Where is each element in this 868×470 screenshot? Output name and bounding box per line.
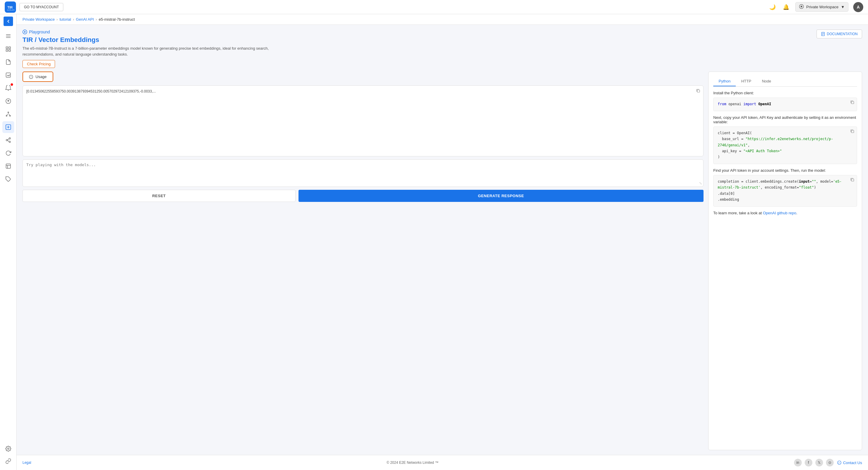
svg-line-19 <box>7 139 9 139</box>
usage-label: Usage <box>35 74 47 79</box>
generate-response-button[interactable]: GENERATE RESPONSE <box>299 190 704 202</box>
install-section: Install the Python client: from openai i… <box>713 91 857 111</box>
footer-legal[interactable]: Legal <box>23 461 31 465</box>
svg-text:?: ? <box>838 462 840 464</box>
auth-label: Next, copy your API token, API Key and a… <box>713 115 857 124</box>
action-buttons: RESET GENERATE RESPONSE <box>23 190 704 202</box>
sidebar-item-notifications[interactable] <box>2 82 14 94</box>
sidebar-item-share[interactable] <box>2 134 14 146</box>
svg-point-17 <box>9 141 10 142</box>
auth-section: Next, copy your API token, API Key and a… <box>713 115 857 164</box>
workspace-label: Private Workspace <box>806 5 838 9</box>
output-box: [0.013450622558593750.003913879394531250… <box>23 86 704 156</box>
breadcrumb: Private Workspace › tutorial › GenAI API… <box>17 14 868 25</box>
usage-button[interactable]: Usage <box>23 71 53 82</box>
sidebar-item-dashboard[interactable] <box>2 43 14 55</box>
svg-text:TIR: TIR <box>7 6 13 9</box>
documentation-label: DOCUMENTATION <box>827 32 858 36</box>
svg-point-11 <box>8 112 8 113</box>
copy-output-button[interactable] <box>696 89 700 94</box>
check-pricing-button[interactable]: Check Pricing <box>23 60 55 68</box>
svg-point-31 <box>31 77 31 78</box>
sidebar-item-deploy[interactable] <box>2 95 14 107</box>
nav-right: 🌙 🔔 Private Workspace ▼ A <box>768 2 863 12</box>
sidebar-item-documents[interactable] <box>2 56 14 68</box>
tab-python[interactable]: Python <box>713 76 736 86</box>
documentation-button[interactable]: DOCUMENTATION <box>816 30 862 38</box>
output-value: [0.013450622558593750.003913879394531250… <box>26 89 700 93</box>
footer: Legal © 2024 E2E Networks Limited ™ in f… <box>17 455 868 470</box>
resize-handle: ⤡ <box>699 181 702 185</box>
chevron-down-icon: ▼ <box>841 5 845 9</box>
workspace-selector[interactable]: Private Workspace ▼ <box>795 2 848 12</box>
sidebar-item-refresh[interactable] <box>2 147 14 159</box>
svg-point-4 <box>801 6 802 7</box>
sidebar-item-analytics[interactable] <box>2 69 14 81</box>
logo: TIR AI PLATFORM <box>5 1 16 13</box>
input-box: ⤡ <box>23 159 704 187</box>
svg-rect-35 <box>851 179 854 181</box>
page-title: TIR / Vector Embeddings <box>23 36 289 44</box>
learn-more-text: To learn more, take a look at OpenAI git… <box>713 211 857 215</box>
svg-rect-6 <box>8 47 10 49</box>
auth-code-content: client = OpenAI( base_url = "https://inf… <box>718 130 852 160</box>
auth-code-block: client = OpenAI( base_url = "https://inf… <box>713 127 857 164</box>
sidebar-item-container[interactable] <box>2 160 14 172</box>
svg-text:AI PLATFORM: AI PLATFORM <box>7 9 14 11</box>
content-area: Private Workspace › tutorial › GenAI API… <box>17 14 868 470</box>
sidebar-item-genai[interactable] <box>2 121 14 133</box>
playground-label: Playground <box>23 30 50 34</box>
svg-point-13 <box>9 115 10 116</box>
copy-run-button[interactable] <box>850 178 855 183</box>
breadcrumb-workspace[interactable]: Private Workspace <box>23 17 55 22</box>
dark-mode-button[interactable]: 🌙 <box>768 3 777 11</box>
linkedin-icon[interactable]: in <box>794 459 802 466</box>
facebook-icon[interactable]: f <box>805 459 812 466</box>
svg-point-16 <box>6 139 7 141</box>
sidebar-toggle[interactable] <box>4 16 13 26</box>
install-code-block: from openai import OpenAI <box>713 98 857 111</box>
sidebar-item-workspace[interactable] <box>2 30 14 42</box>
page-header: Playground TIR / Vector Embeddings The e… <box>23 30 862 68</box>
sidebar-item-integrations[interactable] <box>2 455 14 467</box>
copy-install-button[interactable] <box>850 100 855 105</box>
footer-right: in f 𝕏 ⊙ ? Contact Us <box>794 459 862 466</box>
svg-rect-20 <box>6 164 10 168</box>
sidebar-item-puzzle[interactable] <box>2 173 14 185</box>
contact-us-button[interactable]: ? Contact Us <box>837 461 862 465</box>
run-code-block: completion = client.embeddings.create(in… <box>713 175 857 207</box>
twitter-icon[interactable]: 𝕏 <box>815 459 823 466</box>
svg-rect-34 <box>851 130 854 133</box>
breadcrumb-genai[interactable]: GenAI API <box>76 17 94 22</box>
playground-section: Usage [0.013450622558593750.003913879394… <box>23 71 862 450</box>
reset-button[interactable]: RESET <box>23 190 296 202</box>
sidebar <box>0 14 17 470</box>
run-section: Find your API token in your account sett… <box>713 168 857 207</box>
svg-point-15 <box>9 138 10 139</box>
sidebar-item-models[interactable] <box>2 108 14 120</box>
svg-rect-33 <box>851 101 854 104</box>
svg-point-22 <box>7 448 9 449</box>
tab-node[interactable]: Node <box>756 76 776 86</box>
notification-badge <box>11 83 13 86</box>
tab-http[interactable]: HTTP <box>736 76 756 86</box>
svg-marker-24 <box>24 31 26 33</box>
footer-copyright: © 2024 E2E Networks Limited ™ <box>31 461 794 465</box>
openai-github-link[interactable]: OpenAI github repo <box>763 211 797 215</box>
breadcrumb-sep-1: › <box>57 17 58 22</box>
notifications-button[interactable]: 🔔 <box>782 3 790 11</box>
workspace-icon <box>799 4 804 10</box>
rss-icon[interactable]: ⊙ <box>826 459 834 466</box>
copy-auth-button[interactable] <box>850 129 855 134</box>
run-code-content: completion = client.embeddings.create(in… <box>718 179 852 203</box>
breadcrumb-tutorial[interactable]: tutorial <box>59 17 71 22</box>
page-header-left: Playground TIR / Vector Embeddings The e… <box>23 30 289 68</box>
code-tabs: Python HTTP Node <box>713 76 857 87</box>
right-panel: Python HTTP Node Install the Python clie… <box>708 71 862 450</box>
top-nav: TIR AI PLATFORM GO TO MYACCOUNT 🌙 🔔 Priv… <box>0 0 868 14</box>
go-to-account-button[interactable]: GO TO MYACCOUNT <box>20 3 63 11</box>
logo-icon: TIR AI PLATFORM <box>5 1 16 13</box>
sidebar-item-settings[interactable] <box>2 443 14 455</box>
breadcrumb-sep-2: › <box>73 17 74 22</box>
input-textarea[interactable] <box>26 163 700 183</box>
